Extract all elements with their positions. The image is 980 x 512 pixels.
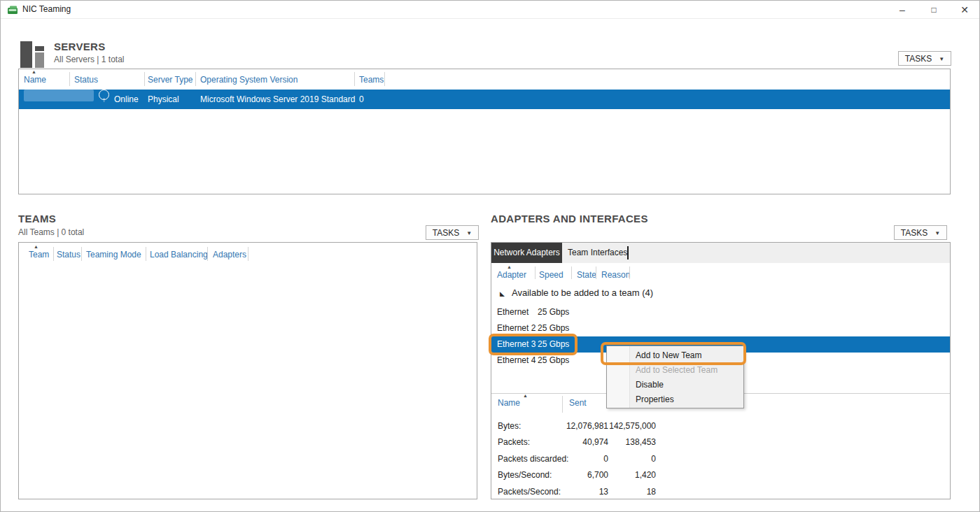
menu-item-label: Properties (636, 392, 674, 407)
server-os-version: Microsoft Windows Server 2019 Standard (200, 90, 355, 109)
column-header-status[interactable]: Status (57, 250, 80, 259)
servers-section-subtitle: All Servers | 1 total (54, 55, 125, 64)
minimize-button[interactable]: – (892, 1, 913, 19)
column-header-state[interactable]: State (577, 270, 596, 280)
chevron-down-icon: ▼ (939, 56, 944, 62)
stat-sent-value: 40,974 (526, 436, 608, 448)
stat-label: Packets: (498, 436, 530, 448)
column-header-status[interactable]: Status (74, 75, 98, 85)
column-separator (354, 72, 355, 86)
adapter-speed: 25 Gbps (538, 304, 569, 320)
column-separator (53, 247, 54, 261)
stat-received-value: 0 (602, 453, 656, 465)
sort-ascending-icon: ▲ (31, 69, 36, 74)
stats-col-sent[interactable]: Sent (569, 398, 587, 408)
chevron-down-icon: ▼ (466, 230, 472, 236)
teams-section-subtitle: All Teams | 0 total (18, 227, 84, 237)
column-separator (146, 247, 146, 261)
server-teams-count: 0 (359, 90, 364, 109)
nic-teaming-window: NIC Teaming – □ ✕ SERVERS All Servers | … (0, 0, 980, 512)
annotation-ethernet3-highlight (489, 334, 578, 355)
annotation-add-to-new-team-highlight (601, 342, 746, 365)
column-separator (629, 266, 630, 279)
stat-sent-value: 13 (526, 485, 608, 498)
adapters-tasks-label: TASKS (901, 228, 927, 238)
title-bar: NIC Teaming – □ ✕ (1, 1, 979, 19)
stats-col-name[interactable]: Name (498, 398, 520, 408)
stat-received-value: 138,453 (602, 436, 656, 448)
column-header-speed[interactable]: Speed (539, 270, 564, 280)
column-separator (384, 72, 385, 86)
column-header-team[interactable]: Team (29, 250, 49, 259)
menu-item-add-to-selected-team: Add to Selected Team (607, 363, 743, 378)
menu-item-properties[interactable]: Properties (607, 392, 743, 407)
column-separator (535, 266, 536, 279)
tab-team-interfaces[interactable]: Team Interfaces (568, 243, 627, 263)
column-separator (562, 396, 563, 413)
group-expanded-icon: ◣ (500, 290, 505, 297)
column-header-name[interactable]: Name (24, 75, 46, 85)
stat-row: Packets/Second:1318 (491, 485, 950, 498)
column-header-adapters[interactable]: Adapters (213, 250, 246, 259)
column-header-load-balancing[interactable]: Load Balancing (150, 250, 208, 259)
column-separator (248, 247, 248, 261)
stat-received-value: 1,420 (602, 469, 656, 481)
stat-sent-value: 0 (526, 453, 608, 465)
server-row[interactable]: ↑ Online Physical Microsoft Windows Serv… (19, 90, 950, 109)
stat-label: Bytes: (498, 420, 521, 432)
column-header-operating-system-version[interactable]: Operating System Version (200, 75, 298, 85)
column-header-server-type[interactable]: Server Type (148, 75, 192, 85)
column-separator (144, 72, 145, 86)
tab-network-adapters[interactable]: Network Adapters (491, 243, 562, 263)
stat-sent-value: 12,076,981 (526, 420, 608, 432)
column-separator (69, 72, 70, 86)
stat-row: Bytes:12,076,981142,575,000 (491, 420, 950, 432)
nic-teaming-app-icon (7, 5, 18, 15)
online-status-icon: ↑ (99, 90, 109, 100)
close-button[interactable]: ✕ (954, 1, 975, 19)
adapters-section-title: ADAPTERS AND INTERFACES (491, 213, 648, 225)
column-separator (207, 247, 208, 261)
column-separator (596, 266, 596, 279)
window-title: NIC Teaming (22, 4, 71, 14)
menu-item-disable[interactable]: Disable (607, 378, 743, 392)
stat-row: Packets discarded:00 (491, 453, 950, 465)
teams-tasks-label: TASKS (433, 228, 459, 238)
teams-section-title: TEAMS (18, 213, 56, 225)
servers-section-title: SERVERS (54, 41, 106, 52)
column-header-adapter[interactable]: Adapter (497, 270, 526, 280)
adapter-group-header[interactable]: Available to be added to a team (4) (512, 287, 653, 298)
column-header-teaming-mode[interactable]: Teaming Mode (86, 250, 141, 259)
teams-table: TeamStatusTeaming ModeLoad BalancingAdap… (18, 242, 477, 499)
adapters-tasks-button[interactable]: TASKS ▼ (894, 225, 947, 240)
column-separator (571, 266, 572, 279)
stat-received-value: 18 (602, 485, 656, 498)
server-name-redacted (24, 90, 94, 101)
servers-icon (20, 41, 48, 68)
server-status: Online (114, 90, 139, 109)
adapters-tabstrip: Network Adapters Team Interfaces (491, 243, 950, 263)
adapter-row-ethernet[interactable]: Ethernet25 Gbps (491, 304, 950, 320)
stat-row: Packets:40,974138,453 (491, 436, 950, 448)
column-header-reason[interactable]: Reason (601, 270, 630, 280)
column-separator (81, 247, 82, 261)
menu-item-label: Disable (636, 378, 664, 392)
text-cursor (627, 246, 629, 259)
menu-item-label: Add to Selected Team (636, 363, 718, 378)
sort-ascending-icon: ▲ (507, 264, 512, 269)
stat-received-value: 142,575,000 (602, 420, 656, 432)
chevron-down-icon: ▼ (934, 230, 940, 236)
maximize-button[interactable]: □ (923, 1, 944, 19)
sort-ascending-icon: ▲ (34, 244, 38, 249)
column-header-teams[interactable]: Teams (359, 75, 384, 85)
stat-sent-value: 6,700 (526, 469, 608, 481)
sort-ascending-icon: ▲ (523, 393, 528, 398)
stat-row: Bytes/Second:6,7001,420 (491, 469, 950, 481)
servers-tasks-label: TASKS (905, 54, 932, 64)
servers-tasks-button[interactable]: TASKS ▼ (898, 51, 951, 66)
servers-table: NameStatusServer TypeOperating System Ve… (18, 69, 951, 194)
adapter-name: Ethernet (497, 304, 528, 320)
teams-tasks-button[interactable]: TASKS ▼ (426, 225, 479, 240)
column-separator (195, 72, 196, 86)
server-type: Physical (148, 90, 179, 109)
